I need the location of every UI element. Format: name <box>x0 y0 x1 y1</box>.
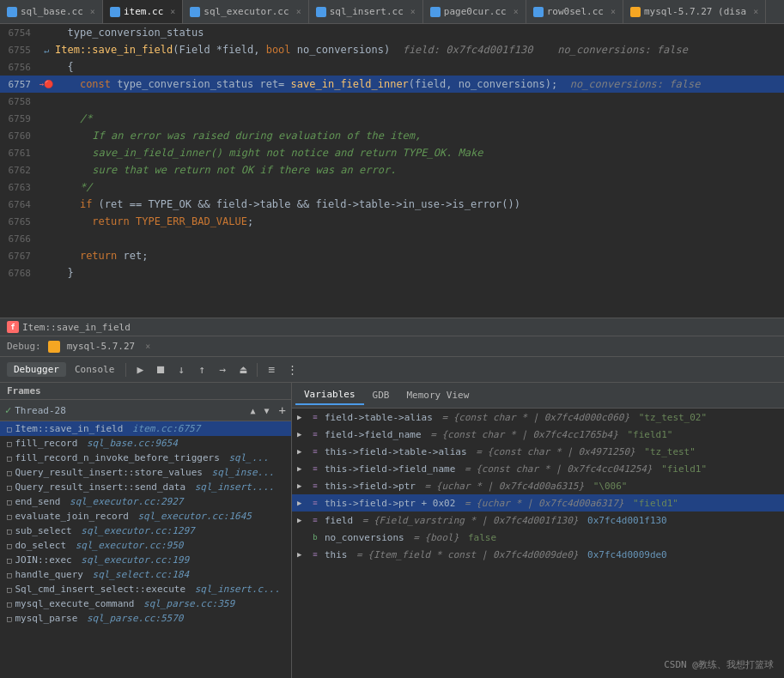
run-to-cursor-btn[interactable]: ⏏ <box>234 360 252 379</box>
tab-icon-row0sel <box>533 7 544 17</box>
tab-close-sql-executor[interactable]: × <box>296 7 301 16</box>
frame-fn-13: mysql_parse <box>15 613 77 624</box>
frame-fn-0: Item::save_in_field <box>15 423 123 434</box>
code-line-6758: 6758 <box>0 93 784 110</box>
line-gutter-6755: ↵ <box>38 45 55 55</box>
var-name-3: this->field->field_name <box>325 463 455 475</box>
frame-item-3[interactable]: □ Query_result_insert::store_values sql_… <box>0 465 291 480</box>
tab-close-page0cur[interactable]: × <box>514 7 519 16</box>
frame-item-5[interactable]: □ end_send sql_executor.cc:2927 <box>0 494 291 509</box>
tab-close-item-cc[interactable]: × <box>170 7 175 16</box>
breadcrumb-text: Item::save_in_field <box>22 322 131 333</box>
tab-console[interactable]: Console <box>68 362 121 377</box>
debug-toolbar: Debugger Console ▶ ⏹ ↓ ↑ → ⏏ ≡ ⋮ <box>0 357 784 383</box>
frame-item-10[interactable]: □ handle_query sql_select.cc:184 <box>0 567 291 582</box>
var-item-6[interactable]: ▶ ≡ field = {Field_varstring * | 0x7fc4d… <box>292 512 784 529</box>
tab-close-mysql[interactable]: × <box>753 7 758 16</box>
line-content-6757: const type_conversion_status ret= save_i… <box>55 78 784 90</box>
frame-item-1[interactable]: □ fill_record sql_base.cc:9654 <box>0 436 291 451</box>
frame-file-2: sql_... <box>223 452 269 463</box>
resume-btn[interactable]: ▶ <box>131 360 149 379</box>
frame-item-8[interactable]: □ do_select sql_executor.cc:950 <box>0 538 291 553</box>
var-name-8: this <box>325 549 348 560</box>
tab-mysql[interactable]: mysql-5.7.27 (disa × <box>623 0 766 23</box>
var-type-0: = {const char * | 0x7fc4d000c060} <box>436 412 635 423</box>
frame-item-4[interactable]: □ Query_result_insert::send_data sql_ins… <box>0 480 291 494</box>
tab-memory-view[interactable]: Memory View <box>398 386 477 404</box>
line-content-6754: type_conversion_status <box>55 27 784 39</box>
tab-page0cur[interactable]: page0cur.cc × <box>423 0 526 23</box>
debug-close-btn[interactable]: × <box>145 342 150 351</box>
line-content-6756: { <box>55 61 784 73</box>
frame-item-7[interactable]: □ sub_select sql_executor.cc:1297 <box>0 524 291 538</box>
tab-close-row0sel[interactable]: × <box>611 7 616 16</box>
line-content-6759: /* <box>55 112 784 124</box>
var-item-0[interactable]: ▶ ≡ field->table->alias = {const char * … <box>292 409 784 426</box>
var-val-0: "tz_test_02" <box>639 412 707 423</box>
frame-item-2[interactable]: □ fill_record_n_invoke_before_triggers s… <box>0 451 291 465</box>
frame-file-12: sql_parse.cc:359 <box>138 598 235 609</box>
code-line-6759: 6759 /* <box>0 110 784 127</box>
frame-fn-12: mysql_execute_command <box>15 598 134 609</box>
tab-item-cc[interactable]: item.cc × <box>103 0 183 23</box>
step-out-btn[interactable]: → <box>213 360 232 379</box>
frame-fn-9: JOIN::exec <box>15 554 71 566</box>
tab-sql-insert[interactable]: sql_insert.cc × <box>309 0 423 23</box>
line-num-6758: 6758 <box>0 96 38 107</box>
add-frame-btn[interactable]: + <box>279 403 286 417</box>
frame-icon-10: □ <box>7 571 11 579</box>
step-into-btn[interactable]: ↑ <box>192 360 211 379</box>
frame-item-12[interactable]: □ mysql_execute_command sql_parse.cc:359 <box>0 596 291 611</box>
var-name-6: field <box>325 515 353 526</box>
tab-label-sql-executor: sql_executor.cc <box>204 6 289 17</box>
var-item-8[interactable]: ▶ ≡ this = {Item_field * const | 0x7fc4d… <box>292 546 784 563</box>
tab-variables[interactable]: Variables <box>295 385 364 405</box>
tab-close-sql-base[interactable]: × <box>90 7 95 16</box>
debug-bar: Debug: mysql-5.7.27 × <box>0 336 784 357</box>
frames-label: Frames <box>7 385 41 397</box>
thread-nav-down[interactable]: ▼ <box>262 405 272 416</box>
var-type-8: = {Item_field * const | 0x7fc4d0009de0} <box>351 549 585 560</box>
stop-btn[interactable]: ⏹ <box>151 360 170 379</box>
tab-debugger[interactable]: Debugger <box>7 362 66 377</box>
frame-icon-11: □ <box>7 585 11 594</box>
frame-item-6[interactable]: □ evaluate_join_record sql_executor.cc:1… <box>0 509 291 524</box>
frame-item-9[interactable]: □ JOIN::exec sql_executor.cc:199 <box>0 553 291 567</box>
var-item-1[interactable]: ▶ ≡ field->field_name = {const char * | … <box>292 426 784 443</box>
var-item-2[interactable]: ▶ ≡ this->field->table->alias = {const c… <box>292 443 784 460</box>
var-val-4: "\006" <box>593 481 628 492</box>
thread-selector[interactable]: ✓ Thread-28 ▲ ▼ + <box>0 400 291 421</box>
frame-fn-2: fill_record_n_invoke_before_triggers <box>15 452 219 463</box>
frame-file-1: sql_base.cc:9654 <box>81 438 178 449</box>
tab-icon-mysql <box>630 7 641 17</box>
tab-gdb[interactable]: GDB <box>364 386 398 404</box>
var-expand-8: ▶ <box>297 550 306 559</box>
step-over-btn[interactable]: ↓ <box>172 360 191 379</box>
tab-sql-executor[interactable]: sql_executor.cc × <box>183 0 308 23</box>
watermark: CSDN @教练、我想打篮球 <box>664 658 774 671</box>
tab-label-mysql: mysql-5.7.27 (disa <box>644 6 746 17</box>
var-type-6: = {Field_varstring * | 0x7fc4d001f130} <box>356 515 584 526</box>
tab-close-sql-insert[interactable]: × <box>410 7 416 16</box>
frames-btn[interactable]: ≡ <box>262 360 281 379</box>
frame-icon-12: □ <box>7 600 11 608</box>
var-item-3[interactable]: ▶ ≡ this->field->field_name = {const cha… <box>292 460 784 477</box>
var-type-5: = {uchar * | 0x7fc4d00a6317} <box>459 498 629 509</box>
var-item-4[interactable]: ▶ ≡ this->field->ptr = {uchar * | 0x7fc4… <box>292 477 784 494</box>
more-btn[interactable]: ⋮ <box>283 360 301 379</box>
thread-nav-up[interactable]: ▲ <box>248 405 258 416</box>
frame-item-13[interactable]: □ mysql_parse sql_parse.cc:5570 <box>0 611 291 626</box>
var-val-1: "field1" <box>627 429 672 440</box>
line-content-6767: return ret; <box>55 250 784 262</box>
tab-row0sel[interactable]: row0sel.cc × <box>526 0 623 23</box>
line-num-6768: 6768 <box>0 268 38 279</box>
toolbar-separator-1 <box>125 363 126 377</box>
var-item-5[interactable]: ▶ ≡ this->field->ptr + 0x02 = {uchar * |… <box>292 494 784 512</box>
var-name-2: this->field->table->alias <box>325 446 467 457</box>
var-item-7[interactable]: ▶ b no_conversions = {bool} false <box>292 529 784 546</box>
frame-item-11[interactable]: □ Sql_cmd_insert_select::execute sql_ins… <box>0 582 291 596</box>
tab-sql-base[interactable]: sql_base.cc × <box>0 0 103 23</box>
frame-item-0[interactable]: □ Item::save_in_field item.cc:6757 <box>0 421 291 436</box>
line-num-6765: 6765 <box>0 216 38 227</box>
var-expand-0: ▶ <box>297 413 306 421</box>
